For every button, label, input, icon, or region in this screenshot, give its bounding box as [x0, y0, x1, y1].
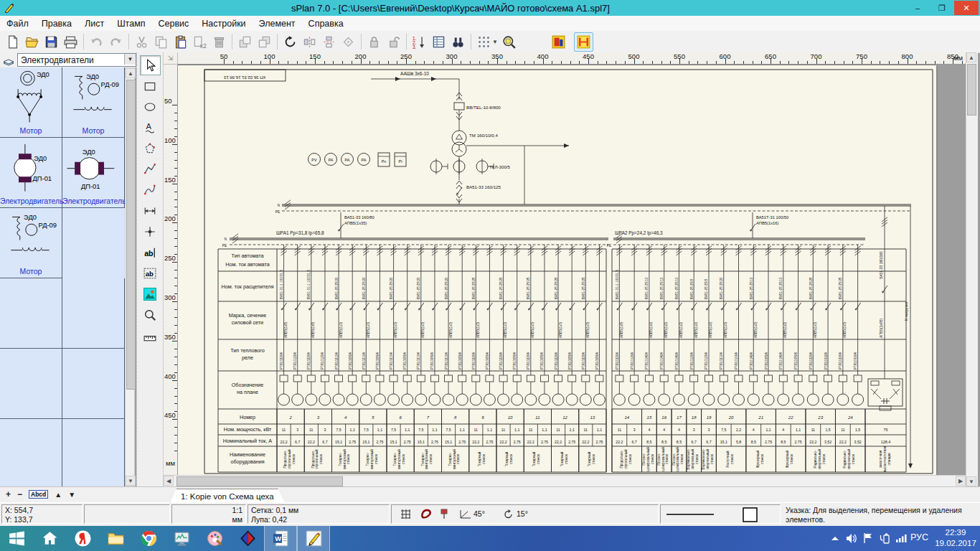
measure-ruler-tool[interactable] [140, 326, 161, 346]
search-binoculars-button[interactable] [448, 32, 468, 52]
library-select[interactable]: Электродвигатели ▼ [17, 53, 136, 67]
send-back-button[interactable] [255, 32, 274, 52]
menu-Справка[interactable]: Справка [302, 17, 350, 30]
scroll-up-icon[interactable]: ▲ [126, 68, 136, 78]
mirror-vertical-button[interactable] [319, 32, 339, 52]
chrome-taskbar-button[interactable] [132, 526, 165, 551]
vertical-scrollbar[interactable]: ▲ ▼ [966, 52, 978, 486]
special-text-tool[interactable]: A [140, 118, 161, 138]
ellipse-tool[interactable] [140, 97, 161, 117]
menu-Правка[interactable]: Правка [35, 17, 78, 30]
paint-taskbar-button[interactable] [198, 526, 231, 551]
network-bars-tray-icon[interactable] [895, 532, 908, 545]
tab-sheet-1[interactable]: 1: Kopie von Схема цеха [170, 489, 285, 503]
angle-step[interactable]: 45° [473, 509, 485, 519]
scroll-left-icon[interactable]: ◀ [164, 476, 174, 486]
restore-button[interactable]: ❐ [930, 1, 954, 15]
duplicate-x2-button[interactable]: x2 [190, 32, 209, 52]
zoom-in-button[interactable]: + [6, 489, 11, 499]
chevron-up-tray-icon[interactable] [829, 532, 842, 545]
component-электродвигатель[interactable]: ЭД0ДП-01Электродвигатель [0, 138, 62, 208]
menu-Штамп[interactable]: Штамп [110, 17, 151, 30]
bring-front-button[interactable] [235, 32, 255, 52]
numbering-button[interactable]: 1.2.3. [410, 32, 429, 52]
word-taskbar-button[interactable]: W [264, 526, 297, 551]
home-app-taskbar-button[interactable] [33, 526, 66, 551]
polygon-tool[interactable] [140, 138, 161, 159]
language-indicator[interactable]: РУС [910, 532, 928, 542]
file-explorer-taskbar-button[interactable] [99, 526, 132, 551]
bezier-curve-tool[interactable] [140, 180, 161, 200]
splan-pencil-taskbar-button[interactable] [297, 526, 330, 551]
line-style-preview[interactable] [666, 513, 714, 516]
close-button[interactable]: ✕ [954, 1, 979, 15]
rectangle-tool[interactable] [140, 76, 161, 96]
snap-grid-icon[interactable] [400, 509, 411, 519]
unlock-button[interactable] [384, 32, 403, 52]
move-up-button[interactable]: ▲ [55, 491, 62, 499]
text-box-tool[interactable]: ab [140, 263, 161, 283]
volume-tray-icon[interactable] [845, 532, 858, 545]
hscroll-thumb[interactable] [176, 476, 343, 486]
zoom-out-button[interactable]: − [17, 489, 22, 499]
dimension-tool[interactable] [140, 201, 161, 221]
vscroll-thumb[interactable] [967, 64, 976, 116]
chevron-down-icon[interactable]: ▼ [124, 54, 136, 65]
yandex-browser-taskbar-button[interactable] [66, 526, 99, 551]
component-электродвигатель[interactable]: ЭД0ДП-01Электродвигатель [62, 138, 125, 208]
scroll-down-icon[interactable]: ▼ [126, 476, 136, 486]
menu-Лист[interactable]: Лист [78, 17, 110, 30]
clock[interactable]: 22:39 19.02.2017 [934, 527, 977, 549]
redo-button[interactable] [106, 32, 126, 52]
trash-button[interactable] [209, 32, 229, 52]
menu-Элемент[interactable]: Элемент [253, 17, 302, 30]
menu-Файл[interactable]: Файл [0, 17, 35, 30]
new-file-button[interactable] [3, 32, 22, 52]
drawing-sheet[interactable]: КП 36.02.51.16.88.13ААШв 3х6-10BB/TEL-10… [178, 65, 936, 476]
system-monitor-taskbar-button[interactable] [165, 526, 198, 551]
rotate-free-button[interactable] [339, 32, 358, 52]
scroll-right-icon[interactable]: ▶ [956, 476, 966, 486]
zoom-area-button[interactable] [499, 32, 519, 52]
auto-pen-icon[interactable] [420, 508, 432, 519]
rotate-button[interactable] [281, 32, 300, 52]
scroll-thumb[interactable] [126, 80, 136, 390]
minimize-button[interactable]: – [905, 1, 930, 15]
labels-toggle-button[interactable]: Abcd [29, 490, 48, 499]
fill-style-preview[interactable] [743, 507, 758, 522]
print-button[interactable] [61, 32, 80, 52]
component-мотор[interactable]: ЭД0 Мотор [0, 67, 62, 138]
grid-button[interactable] [474, 32, 494, 52]
form-list-button[interactable] [429, 32, 448, 52]
menu-Настройки[interactable]: Настройки [195, 17, 252, 30]
scroll-up-icon[interactable]: ▲ [966, 52, 976, 62]
component-мотор[interactable]: ЭД0РД-09 Мотор [62, 67, 125, 138]
mirror-horizontal-button[interactable] [300, 32, 319, 52]
power-plug-tray-icon[interactable] [878, 532, 891, 545]
rotate-step[interactable]: 15° [517, 509, 528, 519]
zoom-tool-tool[interactable] [140, 305, 161, 325]
windows-start-taskbar-button[interactable] [0, 526, 33, 551]
open-folder-button[interactable] [22, 32, 42, 52]
cut-button[interactable] [132, 32, 151, 52]
schematic-canvas[interactable]: КП 36.02.51.16.88.13ААШв 3х6-10BB/TEL-10… [178, 65, 936, 476]
image-tool[interactable] [140, 284, 161, 304]
polyline-tool[interactable] [140, 159, 161, 179]
undo-button[interactable] [87, 32, 106, 52]
diamond-app-taskbar-button[interactable] [231, 526, 264, 551]
flag-tray-icon[interactable] [862, 532, 875, 545]
scroll-down-icon[interactable]: ▼ [966, 476, 976, 486]
move-down-button[interactable]: ▼ [68, 491, 75, 499]
select-cursor-tool[interactable] [140, 55, 161, 75]
color-panel-button[interactable] [549, 32, 568, 52]
lock-button[interactable] [364, 32, 384, 52]
paste-button[interactable] [171, 32, 190, 52]
horizontal-scrollbar[interactable]: ◀ ▶ [164, 475, 966, 487]
copy-button[interactable] [151, 32, 171, 52]
gate-marker-button[interactable] [574, 32, 593, 52]
save-button[interactable] [42, 32, 61, 52]
node-point-tool[interactable] [140, 222, 161, 242]
component-мотор[interactable]: ЭД0РД-09 Мотор [0, 208, 62, 278]
text-tool[interactable]: ab [140, 242, 161, 263]
library-scrollbar[interactable]: ▲ ▼ [125, 67, 135, 486]
